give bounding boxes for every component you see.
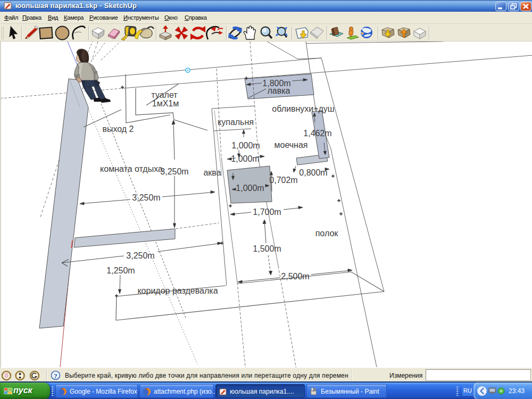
svg-text:коридор раздевалка: коридор раздевалка — [137, 286, 218, 295]
svg-text:полок: полок — [315, 229, 339, 238]
svg-text:3,250m: 3,250m — [160, 167, 188, 176]
svg-text:1мХ1м: 1мХ1м — [152, 99, 179, 108]
svg-text:1,000m: 1,000m — [236, 184, 264, 193]
svg-text:1,250m: 1,250m — [106, 266, 135, 275]
svg-text:0,800m: 0,800m — [299, 168, 327, 177]
svg-text:1,000m: 1,000m — [231, 141, 260, 150]
svg-text:купальня: купальня — [218, 118, 254, 127]
svg-text:2,500m: 2,500m — [281, 272, 309, 281]
svg-text:выход 2: выход 2 — [102, 124, 134, 134]
svg-text:лавка: лавка — [268, 86, 290, 95]
svg-text:1,000m: 1,000m — [231, 154, 259, 163]
svg-text:моечная: моечная — [275, 140, 308, 149]
svg-text:1,462m: 1,462m — [303, 129, 331, 138]
svg-text:?: ? — [54, 372, 57, 380]
svg-text:1,700m: 1,700m — [253, 207, 281, 217]
svg-text:аква: аква — [203, 168, 221, 177]
svg-text:1,500m: 1,500m — [253, 244, 281, 253]
svg-text:3,250m: 3,250m — [126, 251, 154, 260]
svg-text:обливнухи+душ: обливнухи+душ — [272, 104, 334, 113]
svg-text:туалет: туалет — [151, 90, 178, 99]
svg-text:комната отдыха: комната отдыха — [100, 164, 163, 173]
svg-text:0,702m: 0,702m — [269, 176, 297, 185]
svg-text:3,250m: 3,250m — [132, 193, 160, 202]
